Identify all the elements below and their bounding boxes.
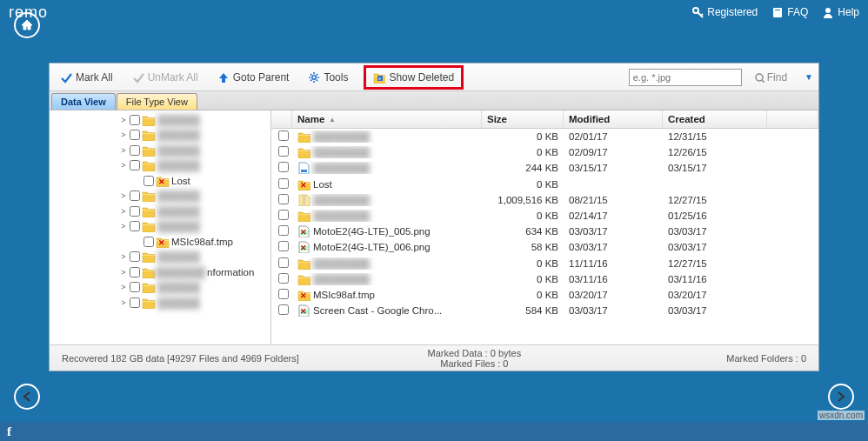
tree-item[interactable]: MSIc98af.tmp	[50, 234, 270, 250]
watermark: wsxdn.com	[818, 411, 865, 420]
tree-item[interactable]: Lost	[50, 173, 270, 189]
tree-item[interactable]: >██████	[50, 112, 270, 128]
row-checkbox[interactable]	[278, 130, 289, 141]
expander-icon[interactable]: >	[119, 283, 128, 291]
tree-item[interactable]: >███████ nformation	[50, 264, 270, 280]
file-row[interactable]: ████████0 KB11/11/1612/27/15	[271, 256, 818, 271]
file-modified: 02/09/17	[564, 147, 663, 157]
file-created: 12/27/15	[663, 195, 767, 205]
row-checkbox[interactable]	[278, 178, 289, 189]
row-checkbox[interactable]	[278, 289, 289, 299]
col-modified[interactable]: Modified	[564, 110, 663, 128]
file-row[interactable]: MSIc98af.tmp0 KB03/20/1703/20/17	[271, 287, 818, 303]
col-name[interactable]: Name▴	[292, 110, 482, 128]
file-created: 03/15/17	[663, 163, 767, 173]
tree-item[interactable]: >██████	[50, 204, 270, 219]
tree-item[interactable]: >██████	[50, 280, 270, 296]
expander-icon[interactable]: >	[119, 191, 128, 200]
help-link[interactable]: Help	[822, 6, 859, 18]
expander-icon[interactable]: >	[119, 207, 128, 216]
find-button[interactable]: Find	[751, 71, 791, 84]
row-checkbox[interactable]	[278, 146, 289, 157]
file-row[interactable]: ████████1,009,516 KB08/21/1512/27/15	[271, 192, 818, 208]
file-row[interactable]: MotoE2(4G-LTE)_006.png58 KB03/03/1703/03…	[271, 239, 818, 255]
file-row[interactable]: ████████0 KB02/14/1701/25/16	[271, 208, 818, 224]
goto-parent-button[interactable]: Goto Parent	[212, 69, 295, 86]
tree-item[interactable]: >██████	[50, 219, 270, 235]
folder-icon	[142, 129, 156, 141]
expander-icon[interactable]: >	[119, 268, 128, 277]
registered-link[interactable]: Registered	[691, 6, 758, 18]
row-checkbox[interactable]	[278, 194, 289, 204]
expander-icon[interactable]: >	[119, 252, 128, 261]
tab-file-type-view[interactable]: File Type View	[117, 93, 197, 110]
file-name: ████████	[313, 147, 370, 157]
search-input[interactable]	[629, 69, 742, 86]
file-created: 03/03/17	[663, 226, 767, 237]
tools-button[interactable]: Tools	[303, 69, 353, 86]
tree-item[interactable]: >██████	[50, 143, 270, 158]
back-button[interactable]	[14, 384, 40, 410]
tree-checkbox[interactable]	[130, 190, 140, 201]
file-row[interactable]: ████████244 KB03/15/1703/15/17	[271, 160, 818, 176]
expander-icon[interactable]: >	[119, 116, 128, 124]
row-checkbox[interactable]	[278, 162, 289, 172]
file-row[interactable]: ████████0 KB02/09/1712/26/15	[271, 144, 818, 160]
mark-all-button[interactable]: Mark All	[55, 69, 118, 86]
row-checkbox[interactable]	[278, 304, 289, 315]
tree-item[interactable]: >██████	[50, 189, 270, 204]
tree-checkbox[interactable]	[130, 282, 140, 292]
search-icon	[754, 72, 765, 83]
file-row[interactable]: ████████0 KB02/01/1712/31/15	[271, 129, 818, 144]
row-checkbox[interactable]	[278, 241, 289, 251]
home-button[interactable]	[14, 12, 40, 38]
folder-tree[interactable]: >██████>██████>██████>██████Lost>██████>…	[50, 110, 271, 344]
find-dropdown-icon[interactable]: ▼	[805, 72, 813, 82]
row-checkbox[interactable]	[278, 225, 289, 236]
file-modified: 03/03/17	[564, 226, 663, 237]
tree-item[interactable]: >██████	[50, 128, 270, 144]
file-row[interactable]: ████████0 KB03/11/1603/11/16	[271, 271, 818, 287]
row-checkbox[interactable]	[278, 273, 289, 284]
tree-checkbox[interactable]	[130, 145, 140, 156]
folderx-icon	[297, 289, 310, 301]
file-size: 584 KB	[482, 305, 564, 316]
file-name: Screen Cast - Google Chro...	[313, 305, 442, 316]
tree-checkbox[interactable]	[130, 115, 140, 125]
tree-checkbox[interactable]	[144, 176, 154, 186]
tree-checkbox[interactable]	[130, 251, 140, 262]
expander-icon[interactable]: >	[119, 222, 128, 231]
expander-icon[interactable]: >	[119, 146, 128, 155]
facebook-icon[interactable]: f	[7, 424, 11, 439]
file-size: 0 KB	[482, 274, 564, 284]
tree-checkbox[interactable]	[144, 237, 154, 247]
grid-body[interactable]: ████████0 KB02/01/1712/31/15████████0 KB…	[271, 129, 818, 344]
expander-icon[interactable]: >	[119, 161, 128, 170]
tree-checkbox[interactable]	[130, 297, 140, 308]
col-created[interactable]: Created	[663, 110, 767, 128]
tree-item[interactable]: >██████	[50, 250, 270, 265]
unmark-all-button[interactable]: UnMark All	[127, 69, 204, 86]
expander-icon[interactable]: >	[119, 130, 128, 139]
tab-data-view[interactable]: Data View	[51, 93, 116, 110]
tree-checkbox[interactable]	[130, 160, 140, 170]
faq-link[interactable]: FAQ	[771, 6, 808, 18]
tree-item[interactable]: >██████	[50, 295, 270, 311]
tree-label: ██████	[156, 130, 200, 140]
file-size: 58 KB	[482, 242, 564, 252]
expander-icon[interactable]: >	[119, 298, 128, 307]
tree-checkbox[interactable]	[130, 206, 140, 217]
file-row[interactable]: Lost0 KB	[271, 177, 818, 192]
show-deleted-button[interactable]: Show Deleted	[368, 69, 459, 86]
tree-item[interactable]: >██████	[50, 158, 270, 174]
file-grid: Name▴ Size Modified Created ████████0 KB…	[271, 110, 818, 344]
file-row[interactable]: Screen Cast - Google Chro...584 KB03/03/…	[271, 303, 818, 318]
tree-checkbox[interactable]	[130, 267, 140, 277]
tree-checkbox[interactable]	[130, 130, 140, 140]
forward-button[interactable]	[828, 384, 854, 410]
file-row[interactable]: MotoE2(4G-LTE)_005.png634 KB03/03/1703/0…	[271, 224, 818, 239]
tree-checkbox[interactable]	[130, 221, 140, 231]
row-checkbox[interactable]	[278, 257, 289, 268]
row-checkbox[interactable]	[278, 210, 289, 220]
col-size[interactable]: Size	[482, 110, 564, 128]
